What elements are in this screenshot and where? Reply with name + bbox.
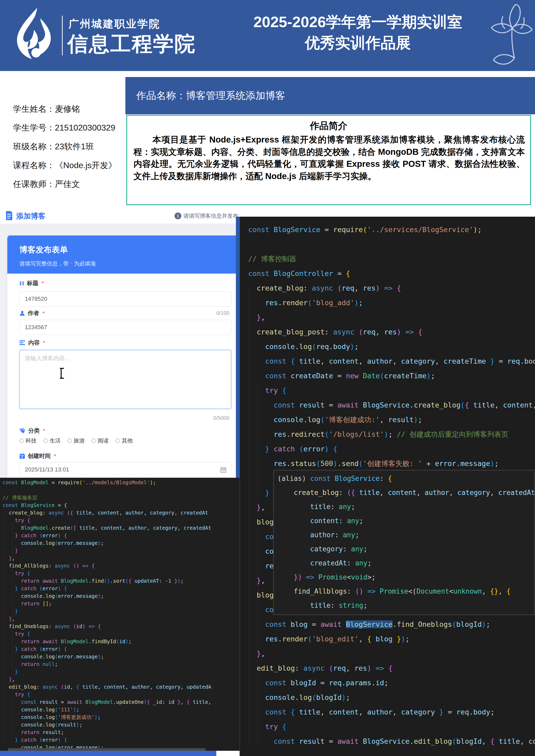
radio-option-travel[interactable]: 旅游 [68, 437, 85, 444]
code-line: author: any; [277, 528, 535, 542]
category-label-text: 分类 [28, 427, 40, 435]
calendar-picker-icon[interactable] [220, 467, 227, 473]
person-icon [19, 310, 25, 316]
form-tip: i 请填写博客信息并发布 [175, 212, 238, 220]
radio-option-other[interactable]: 其他 [115, 437, 133, 444]
author-required-star: * [42, 310, 45, 316]
createtime-label-text: 创建时间 [28, 452, 51, 460]
code-line: } catch (error) { [3, 645, 211, 653]
content-textarea[interactable]: 请输入博客内容... [19, 350, 232, 409]
blog-form-screenshot: 添加博客 i 请填写博客信息并发布 博客发布表单 请填写完整信息，带 * 为必填… [0, 207, 240, 478]
code-line: create_blog: async ({ title, content, au… [3, 509, 211, 517]
code-line: console.log(req.body); [248, 339, 535, 354]
banner-school-name: 广州城建职业学院 [69, 17, 160, 31]
code-line: console.log(error.message); [3, 653, 211, 661]
code-line: // 博客服务层 [3, 494, 211, 501]
radio-option-life[interactable]: 生活 [43, 437, 61, 444]
createtime-input-value: 2025/11/13 13:01 [25, 466, 69, 473]
tag-icon [19, 428, 26, 434]
radio-label: 旅游 [74, 437, 85, 444]
horizontal-scrollbar[interactable] [8, 748, 206, 751]
code-line: const blog = await BlogService.find_Oneb… [248, 617, 535, 632]
code-editor-blogservice: const BlogModel = require('../models/Blo… [0, 478, 240, 751]
code-line: console.log(error.message); [3, 592, 211, 600]
code-line: try { [3, 517, 211, 524]
intellisense-hover-tooltip: (alias) const BlogService: { create_blog… [273, 470, 535, 615]
code-line [3, 486, 211, 494]
banner-bottom-gap [0, 71, 535, 77]
code-line: } [3, 608, 211, 615]
author-input[interactable]: 1234567 [19, 320, 232, 335]
author-label-text: 作者 [28, 309, 39, 317]
form-card-header: 博客发布表单 请填写完整信息，带 * 为必填项 [7, 235, 238, 274]
code-line: const result = await BlogService.edit_bl… [248, 734, 535, 749]
code-line: }, [248, 646, 535, 661]
createtime-input[interactable]: 2025/11/13 13:01 [19, 462, 232, 477]
form-card-title: 博客发布表单 [19, 244, 68, 255]
radio-option-tech[interactable]: 科技 [19, 437, 37, 444]
poster-page: 广州城建职业学院 信息工程学院 2025-2026学年第一学期实训室 优秀实训作… [0, 0, 535, 756]
code-line: edit_blog: async (id, { title, content, … [3, 683, 211, 691]
code-line: category: any; [277, 542, 535, 556]
code-line: edit_blog: async (req, res) => { [248, 661, 535, 676]
code-line: res.status(500).send('创建博客失败: ' + error.… [248, 456, 535, 471]
code-line: try { [3, 630, 211, 638]
form-card-subtitle: 请填写完整信息，带 * 为必填项 [19, 260, 96, 267]
radio-circle-icon [43, 439, 48, 443]
title-label-text: 标题 [27, 279, 39, 287]
code-line: title: string; [277, 598, 535, 612]
college-logo-flame-icon [9, 7, 59, 63]
banner-title-line1: 2025-2026学年第一学期实训室 [233, 12, 483, 32]
content-char-counter: 0/5000 [213, 415, 229, 421]
code-line: return []; [3, 600, 211, 608]
left-panel-bottom-bar [0, 751, 216, 756]
code-line: return await BlogModel.find().sort({ upd… [3, 577, 211, 585]
content-field-label: 内容 * [19, 339, 45, 347]
radio-circle-icon [92, 439, 96, 443]
code-line: const createDate = new Date(createTime); [248, 368, 535, 383]
code-line: }, [248, 310, 535, 325]
student-id-row: 学生学号：2151020300329 [13, 122, 117, 134]
code-line: } [3, 668, 211, 676]
form-tip-text: 请填写博客信息并发布 [183, 212, 238, 220]
code-line: create_blog: async (req, res) => { [248, 281, 535, 295]
code-line: } catch (error) { [3, 532, 211, 539]
code-line: console.log(blogId); [248, 690, 535, 705]
code-line: // 博客控制器 [248, 252, 535, 266]
radio-label: 其他 [122, 437, 133, 444]
tooltip-code-block: (alias) const BlogService: { create_blog… [277, 472, 535, 612]
work-intro-box: 作品简介 本项目是基于 Node.js+Express 框架开发的博客管理系统添… [126, 115, 531, 205]
code-line: createdAt: any; [277, 556, 535, 570]
title-input[interactable]: 1478520 [19, 291, 232, 307]
category-field-label: 分类 * [19, 427, 45, 435]
code-line: (alias) const BlogService: { [277, 472, 535, 486]
radio-option-reading[interactable]: 阅读 [92, 437, 109, 444]
student-name-row: 学生姓名：麦修铭 [13, 103, 117, 115]
code-line: } catch (error) { [3, 736, 211, 744]
student-course-row: 课程名称：《Node.js开发》 [13, 160, 117, 171]
radio-circle-icon [115, 439, 120, 443]
code-line: const BlogService = { [3, 501, 211, 509]
code-block-left: const BlogModel = require('../models/Blo… [3, 479, 211, 751]
banner-title: 2025-2026学年第一学期实训室 优秀实训作品展 [233, 12, 483, 53]
author-field-label: 作者 * [19, 309, 45, 317]
code-line: console.log('博客更新成功'); [3, 714, 211, 721]
radio-label: 生活 [50, 437, 61, 444]
editor-left-edge-strip [236, 217, 240, 478]
code-line: content: any; [277, 514, 535, 528]
code-line: } [3, 547, 211, 554]
code-line: try { [248, 383, 535, 398]
banner-college-name: 信息工程学院 [68, 30, 196, 58]
calendar-plus-icon [19, 453, 25, 459]
code-line: const BlogService = require('../services… [248, 222, 535, 237]
document-icon [5, 211, 13, 221]
code-line: console.log('111'); [3, 706, 211, 714]
code-line: console.log('博客创建成功:', result); [248, 413, 535, 427]
code-line: }, [3, 615, 211, 623]
category-radio-group: 科技 生活 旅游 阅读 其他 [19, 437, 133, 444]
code-line: console.log(error.message); [3, 539, 211, 547]
student-teacher-row: 任课教师：严佳文 [13, 178, 117, 190]
form-app-header: 添加博客 i 请填写博客信息并发布 [0, 207, 240, 224]
code-line: title: any; [277, 500, 535, 514]
code-line: return null; [3, 661, 211, 668]
